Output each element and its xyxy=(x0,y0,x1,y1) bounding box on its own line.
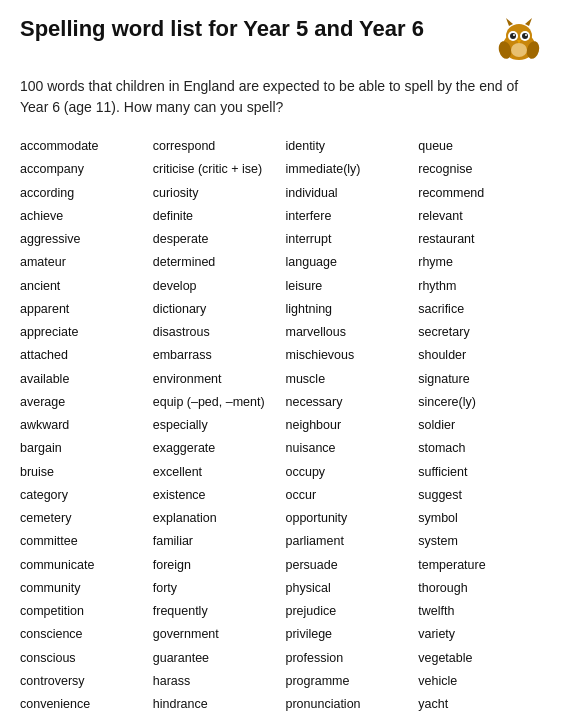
word-item: bargain xyxy=(20,438,145,459)
word-item: familiar xyxy=(153,531,278,552)
word-item: excellent xyxy=(153,462,278,483)
word-item: sincere(ly) xyxy=(418,392,543,413)
svg-point-6 xyxy=(510,33,516,39)
word-item: suggest xyxy=(418,485,543,506)
word-item: environment xyxy=(153,369,278,390)
word-item: signature xyxy=(418,369,543,390)
owl-icon xyxy=(495,16,543,64)
word-item: average xyxy=(20,392,145,413)
word-item: recommend xyxy=(418,183,543,204)
word-item: especially xyxy=(153,415,278,436)
word-item: disastrous xyxy=(153,322,278,343)
word-item: criticise (critic + ise) xyxy=(153,159,278,180)
word-item: individual xyxy=(286,183,411,204)
word-item: vehicle xyxy=(418,671,543,692)
word-column-2: correspondcriticise (critic + ise)curios… xyxy=(153,136,278,715)
word-item: controversy xyxy=(20,671,145,692)
svg-marker-2 xyxy=(506,18,513,26)
word-item: occur xyxy=(286,485,411,506)
word-item: nuisance xyxy=(286,438,411,459)
word-item: stomach xyxy=(418,438,543,459)
word-item: queue xyxy=(418,136,543,157)
word-item: ancient xyxy=(20,276,145,297)
word-item: government xyxy=(153,624,278,645)
word-item: secretary xyxy=(418,322,543,343)
word-item: category xyxy=(20,485,145,506)
word-item: interfere xyxy=(286,206,411,227)
word-item: pronunciation xyxy=(286,694,411,715)
word-item: determined xyxy=(153,252,278,273)
page-title: Spelling word list for Year 5 and Year 6 xyxy=(20,16,424,42)
word-item: system xyxy=(418,531,543,552)
svg-point-9 xyxy=(525,34,527,36)
word-item: desperate xyxy=(153,229,278,250)
word-item: prejudice xyxy=(286,601,411,622)
word-item: convenience xyxy=(20,694,145,715)
word-item: bruise xyxy=(20,462,145,483)
word-item: twelfth xyxy=(418,601,543,622)
word-item: dictionary xyxy=(153,299,278,320)
word-column-3: identityimmediate(ly)individualinterfere… xyxy=(286,136,411,715)
word-item: language xyxy=(286,252,411,273)
word-list: accommodateaccompanyaccordingachieveaggr… xyxy=(20,136,543,715)
word-item: occupy xyxy=(286,462,411,483)
word-item: aggressive xyxy=(20,229,145,250)
word-item: physical xyxy=(286,578,411,599)
word-item: recognise xyxy=(418,159,543,180)
word-item: conscious xyxy=(20,648,145,669)
word-item: curiosity xyxy=(153,183,278,204)
word-item: restaurant xyxy=(418,229,543,250)
word-item: temperature xyxy=(418,555,543,576)
word-item: soldier xyxy=(418,415,543,436)
svg-point-13 xyxy=(511,43,527,57)
word-item: yacht xyxy=(418,694,543,715)
word-item: parliament xyxy=(286,531,411,552)
word-item: vegetable xyxy=(418,648,543,669)
word-item: appreciate xyxy=(20,322,145,343)
word-item: correspond xyxy=(153,136,278,157)
word-item: conscience xyxy=(20,624,145,645)
word-column-1: accommodateaccompanyaccordingachieveaggr… xyxy=(20,136,145,715)
word-item: thorough xyxy=(418,578,543,599)
word-item: existence xyxy=(153,485,278,506)
word-item: embarrass xyxy=(153,345,278,366)
word-item: definite xyxy=(153,206,278,227)
word-item: privilege xyxy=(286,624,411,645)
word-item: rhyme xyxy=(418,252,543,273)
word-item: sacrifice xyxy=(418,299,543,320)
word-item: develop xyxy=(153,276,278,297)
word-item: exaggerate xyxy=(153,438,278,459)
word-item: opportunity xyxy=(286,508,411,529)
word-item: shoulder xyxy=(418,345,543,366)
word-item: amateur xyxy=(20,252,145,273)
word-item: leisure xyxy=(286,276,411,297)
word-item: awkward xyxy=(20,415,145,436)
word-item: hindrance xyxy=(153,694,278,715)
word-item: cemetery xyxy=(20,508,145,529)
word-item: competition xyxy=(20,601,145,622)
word-item: apparent xyxy=(20,299,145,320)
word-item: communicate xyxy=(20,555,145,576)
word-item: explanation xyxy=(153,508,278,529)
word-item: frequently xyxy=(153,601,278,622)
word-item: necessary xyxy=(286,392,411,413)
svg-point-7 xyxy=(522,33,528,39)
subtitle: 100 words that children in England are e… xyxy=(20,76,543,118)
word-item: identity xyxy=(286,136,411,157)
word-item: attached xyxy=(20,345,145,366)
word-item: neighbour xyxy=(286,415,411,436)
word-item: muscle xyxy=(286,369,411,390)
word-item: variety xyxy=(418,624,543,645)
word-item: foreign xyxy=(153,555,278,576)
word-item: forty xyxy=(153,578,278,599)
word-item: achieve xyxy=(20,206,145,227)
word-item: guarantee xyxy=(153,648,278,669)
word-item: profession xyxy=(286,648,411,669)
word-item: interrupt xyxy=(286,229,411,250)
word-item: accommodate xyxy=(20,136,145,157)
word-item: lightning xyxy=(286,299,411,320)
word-item: marvellous xyxy=(286,322,411,343)
word-item: rhythm xyxy=(418,276,543,297)
word-item: programme xyxy=(286,671,411,692)
word-item: relevant xyxy=(418,206,543,227)
